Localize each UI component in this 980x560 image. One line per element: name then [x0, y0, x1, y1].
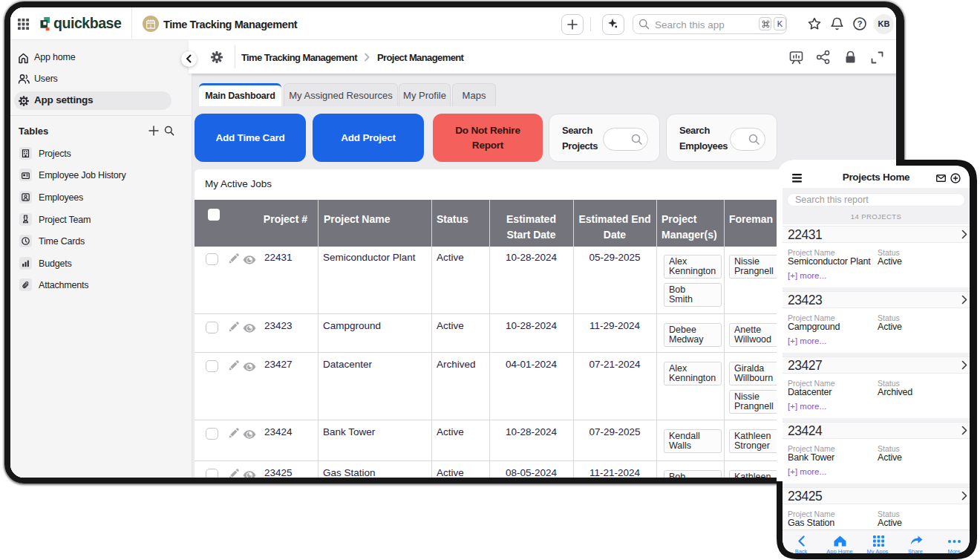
svg-text:?: ? — [858, 19, 863, 28]
svg-text:1: 1 — [149, 24, 152, 28]
